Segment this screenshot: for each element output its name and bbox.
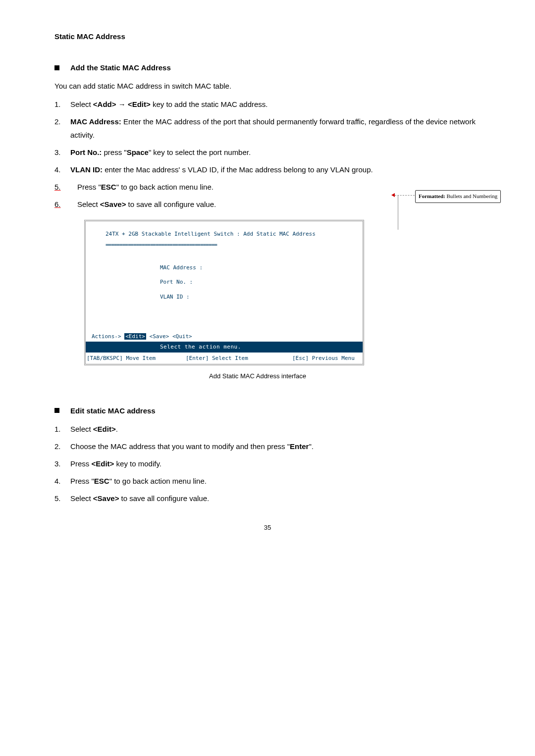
terminal-divider: ========================================	[91, 240, 358, 250]
step-4: 4. VLAN ID: enter the Mac address' s VLA…	[54, 163, 481, 176]
t: →	[116, 100, 128, 108]
t: Press "	[70, 477, 94, 485]
bullet-square-icon	[54, 408, 59, 413]
t: <Edit>	[93, 425, 116, 433]
t: <Edit>	[92, 459, 114, 468]
t: Space	[127, 148, 149, 156]
t: key to add the static MAC address.	[151, 100, 268, 108]
t: Port No.:	[70, 148, 102, 156]
t: enter the Mac address' s VLAD ID, if the…	[103, 165, 373, 174]
terminal-hint-esc: [Esc] Previous Menu	[292, 353, 355, 363]
t: " key to select the port number.	[149, 148, 251, 156]
t: Select	[70, 100, 93, 108]
page-title: Static MAC Address	[54, 30, 481, 43]
step-number: 4.	[54, 474, 70, 488]
t: Select	[70, 494, 93, 503]
t: VLAN ID:	[70, 165, 103, 174]
bullet-square-icon	[54, 65, 59, 70]
step-1: 1. Select <Add> → <Edit> key to add the …	[54, 98, 481, 111]
step-text: Choose the MAC address that you want to …	[70, 440, 481, 453]
step-e5: 5. Select <Save> to save all configure v…	[54, 492, 481, 505]
step-text: VLAN ID: enter the Mac address' s VLAD I…	[70, 163, 481, 176]
comment-connector-vertical	[398, 195, 398, 230]
step-2: 2. MAC Address: Enter the MAC address of…	[54, 115, 481, 142]
terminal-actions: Actions-> <Edit> <Save> <Quit>	[91, 332, 358, 342]
step-text: Press <Edit> key to modify.	[70, 457, 481, 470]
terminal-title: 24TX + 2GB Stackable Intelligent Switch …	[91, 229, 358, 239]
step-3: 3. Port No.: press "Space" key to select…	[54, 146, 481, 159]
step-text: Press "ESC" to go back action menu line.	[70, 474, 481, 488]
step-number: 3.	[54, 146, 70, 159]
step-number: 2.	[54, 440, 70, 453]
section-heading-edit: Edit static MAC address	[54, 404, 481, 417]
steps-list-edit: 1. Select <Edit>. 2. Choose the MAC addr…	[54, 422, 481, 505]
comment-box[interactable]: Formatted: Bullets and Numbering	[415, 190, 501, 203]
step-e1: 1. Select <Edit>.	[54, 422, 481, 436]
t: <Save>	[100, 200, 126, 208]
section-heading-add-text: Add the Static MAC Address	[70, 61, 171, 74]
terminal-field-mac: MAC Address :	[160, 263, 358, 273]
actions-prefix: Actions->	[92, 333, 124, 340]
t: to save all configure value.	[126, 200, 216, 208]
screenshot-caption: Add Static MAC Address interface	[35, 370, 481, 382]
terminal-body: 24TX + 2GB Stackable Intelligent Switch …	[86, 221, 363, 342]
step-e4: 4. Press "ESC" to go back action menu li…	[54, 474, 481, 488]
t: press "	[102, 148, 126, 156]
t: ".	[309, 442, 314, 451]
step-number: 3.	[54, 457, 70, 470]
step-number: 6.	[54, 198, 77, 211]
t: Select	[77, 200, 100, 208]
t: " to go back action menu line.	[109, 477, 207, 485]
comment-label: Formatted:	[419, 193, 445, 199]
step-number: 2.	[54, 115, 70, 142]
page-number: 35	[54, 522, 481, 533]
t: .	[116, 425, 118, 433]
t: Choose the MAC address that you want to …	[70, 442, 290, 451]
t: to save all configure value.	[119, 494, 209, 503]
terminal-statusbar: Select the action menu.	[86, 342, 363, 353]
t: Select	[70, 425, 93, 433]
step-number: 5.	[54, 180, 77, 194]
section-intro: You can add static MAC address in switch…	[54, 79, 481, 93]
t: key to modify.	[114, 459, 161, 468]
section-heading-add: Add the Static MAC Address	[54, 61, 481, 74]
t: Press "	[77, 183, 101, 191]
terminal-quit-button[interactable]: <Quit>	[172, 333, 192, 340]
terminal-field-vlan: VLAN ID :	[160, 292, 358, 302]
step-e2: 2. Choose the MAC address that you want …	[54, 440, 481, 453]
terminal-hint-select: [Enter] Select Item	[186, 353, 292, 363]
step-number: 5.	[54, 492, 70, 505]
step-text: Select <Save> to save all configure valu…	[70, 492, 481, 505]
t: ESC	[94, 477, 109, 485]
t: Enter the MAC address of the port that s…	[70, 117, 476, 139]
t: Enter	[290, 442, 309, 451]
section-heading-edit-text: Edit static MAC address	[70, 404, 156, 417]
step-text: Select <Add> → <Edit> key to add the sta…	[70, 98, 481, 111]
terminal-field-port: Port No. :	[160, 277, 358, 287]
terminal-hint-move: [TAB/BKSPC] Move Item	[87, 353, 186, 363]
t: Press	[70, 459, 92, 468]
t: <Add>	[93, 100, 116, 108]
terminal-footer: [TAB/BKSPC] Move Item [Enter] Select Ite…	[86, 353, 363, 364]
step-text: Port No.: press "Space" key to select th…	[70, 146, 481, 159]
step-number: 1.	[54, 98, 70, 111]
step-number: 4.	[54, 163, 70, 176]
step-number: 1.	[54, 422, 70, 436]
t: <Edit>	[128, 100, 151, 108]
t: MAC Address:	[70, 117, 121, 126]
step-e3: 3. Press <Edit> key to modify.	[54, 457, 481, 470]
terminal-edit-button[interactable]: <Edit>	[124, 333, 146, 340]
terminal-save-button[interactable]: <Save>	[146, 333, 172, 340]
comment-arrow-icon	[391, 193, 395, 197]
step-text: MAC Address: Enter the MAC address of th…	[70, 115, 481, 142]
terminal-screenshot: 24TX + 2GB Stackable Intelligent Switch …	[84, 220, 364, 365]
t: ESC	[101, 183, 116, 191]
comment-text: Bullets and Numbering	[445, 193, 497, 199]
step-text: Select <Edit>.	[70, 422, 481, 436]
t: " to go back action menu line.	[116, 183, 214, 191]
t: <Save>	[93, 494, 119, 503]
